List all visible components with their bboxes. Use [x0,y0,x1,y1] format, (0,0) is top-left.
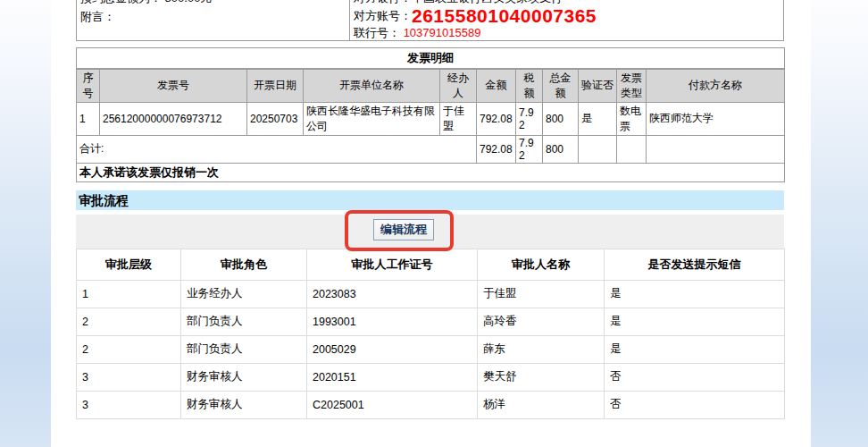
approval-cell-sms: 否 [605,363,785,391]
payee-account-label: 对方账号： [354,8,412,24]
approval-cell-level: 3 [77,363,181,391]
approval-cell-name: 樊天舒 [478,363,605,391]
approval-cell-id: 2023083 [307,280,478,308]
approval-toolbar: 编辑流程 [76,215,784,249]
approval-header-row: 审批层级 审批角色 审批人工作证号 审批人名称 是否发送提示短信 [77,249,785,280]
page-body: 预约总金额为： 800.00元 附言： 对方银行：中国农业银行西安吴家坟支行 对… [51,0,811,447]
approval-cell-name: 杨洋 [478,391,605,418]
approval-header-cell: 审批角色 [181,249,307,280]
approval-cell-sms: 是 [605,280,785,308]
approval-row: 3 财务审核人 2020151 樊天舒 否 [77,363,785,391]
payment-summary-cell: 预约总金额为： 800.00元 附言： [77,0,350,40]
approval-header-cell: 审批人工作证号 [307,249,478,280]
approval-cell-name: 于佳盟 [478,280,605,308]
invoice-cell-handler: 于佳盟 [440,102,477,135]
approval-cell-sms: 否 [605,391,785,418]
invoice-total-empty [579,135,617,163]
approval-row: 2 部门负责人 1993001 高玲香 是 [77,308,785,335]
invoice-header-cell: 总金额 [543,69,579,103]
invoice-total-row: 合计: 792.08 7.92 800 [77,135,785,163]
invoice-total-empty [617,135,647,163]
invoice-header-cell: 付款方名称 [647,69,785,103]
approval-cell-sms: 是 [605,335,785,363]
invoice-header-cell: 开票单位名称 [304,69,440,103]
payment-info-table: 预约总金额为： 800.00元 附言： 对方银行：中国农业银行西安吴家坟支行 对… [76,0,784,41]
approval-row: 1 业务经办人 2023083 于佳盟 是 [77,280,785,308]
approval-header-cell: 审批人名称 [478,249,605,280]
invoice-table-title-row: 发票明细 [77,48,785,69]
invoice-table-header-row: 序号 发票号 开票日期 开票单位名称 经办人 金额 税额 总金额 验证否 发票类… [77,69,785,103]
invoice-detail-table: 发票明细 序号 发票号 开票日期 开票单位名称 经办人 金额 税额 总金额 验证… [76,47,785,182]
approval-cell-role: 部门负责人 [181,335,307,363]
invoice-cell-verified: 是 [579,102,617,135]
invoice-cell-amount: 792.08 [477,102,516,135]
payee-bank-cell: 对方银行：中国农业银行西安吴家坟支行 对方账号： 261558010400073… [350,0,783,40]
approval-flow-table: 审批层级 审批角色 审批人工作证号 审批人名称 是否发送提示短信 1 业务经办人… [76,249,785,419]
approval-cell-id: 2020151 [307,363,478,391]
invoice-header-cell: 金额 [477,69,516,103]
approval-header-cell: 审批层级 [77,249,181,280]
approval-cell-level: 1 [77,280,181,308]
invoice-header-cell: 发票类型 [617,69,647,103]
approval-cell-level: 3 [77,391,181,418]
invoice-header-cell: 开票日期 [247,69,304,103]
approval-cell-id: 2005029 [307,335,478,363]
invoice-total-label: 合计: [77,135,477,163]
promise-statement: 本人承诺该发票仅报销一次 [77,163,785,181]
invoice-cell-type: 数电票 [617,102,647,135]
approval-cell-role: 财务审核人 [181,391,307,418]
invoice-cell-number: 25612000000076973712 [100,102,247,135]
invoice-total-amount: 792.08 [477,135,516,163]
invoice-table-title: 发票明细 [77,48,785,69]
payee-account-number: 26155801040007365 [412,6,597,25]
invoice-cell-issuer: 陕西长隆华盛电子科技有限公司 [304,102,440,135]
approval-cell-id: C2025001 [307,391,478,418]
memo-label: 附言： [80,10,346,24]
invoice-data-row: 1 25612000000076973712 20250703 陕西长隆华盛电子… [77,102,785,135]
invoice-total-sum: 800 [543,135,579,163]
approval-cell-role: 部门负责人 [181,308,307,335]
invoice-total-empty [647,135,785,163]
invoice-header-cell: 发票号 [100,69,247,103]
bank-code-label: 联行号： [354,26,400,39]
approval-cell-role: 业务经办人 [181,280,307,308]
approval-section-title: 审批流程 [76,190,784,210]
edit-flow-button[interactable]: 编辑流程 [373,219,434,240]
approval-cell-name: 薛东 [478,335,605,363]
approval-cell-sms: 是 [605,308,785,335]
approval-row: 3 财务审核人 C2025001 杨洋 否 [77,391,785,418]
approval-row: 2 部门负责人 2005029 薛东 是 [77,335,785,363]
content-area: 预约总金额为： 800.00元 附言： 对方银行：中国农业银行西安吴家坟支行 对… [76,0,784,419]
invoice-cell-payer: 陕西师范大学 [647,102,785,135]
approval-cell-role: 财务审核人 [181,363,307,391]
approval-cell-name: 高玲香 [478,308,605,335]
approval-cell-id: 1993001 [307,308,478,335]
invoice-total-tax: 7.92 [516,135,543,163]
approval-header-cell: 是否发送提示短信 [605,249,785,280]
invoice-header-cell: 验证否 [579,69,617,103]
approval-cell-level: 2 [77,335,181,363]
invoice-header-cell: 序号 [77,69,100,103]
invoice-cell-total: 800 [543,102,579,135]
bank-code-value: 103791015589 [404,26,481,39]
invoice-header-cell: 税额 [516,69,543,103]
invoice-cell-date: 20250703 [247,102,304,135]
payee-account-line: 对方账号： 26155801040007365 [354,5,780,26]
reservation-total-amount: 预约总金额为： 800.00元 [80,0,346,5]
invoice-cell-seq: 1 [77,102,100,135]
bank-code-line: 联行号： 103791015589 [354,26,780,39]
invoice-promise-row: 本人承诺该发票仅报销一次 [77,163,785,181]
invoice-cell-tax: 7.92 [516,102,543,135]
invoice-header-cell: 经办人 [440,69,477,103]
approval-cell-level: 2 [77,308,181,335]
